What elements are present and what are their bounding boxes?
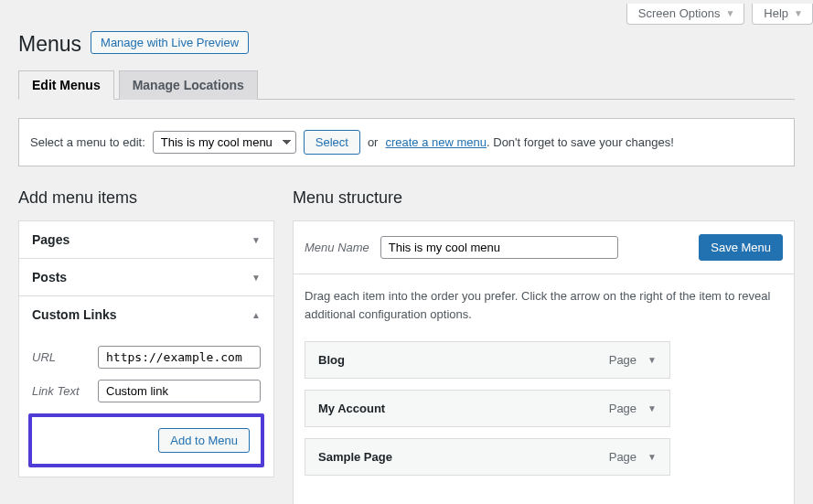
accordion-custom-links[interactable]: Custom Links ▲ xyxy=(19,296,273,333)
help-label: Help xyxy=(764,6,788,20)
menu-item-title: Blog xyxy=(318,353,345,367)
accordion-posts[interactable]: Posts ▼ xyxy=(19,259,273,295)
menu-item-title: Sample Page xyxy=(318,450,392,464)
or-text: or xyxy=(368,135,379,149)
caret-down-icon[interactable]: ▼ xyxy=(647,355,657,365)
menu-management: Menu Name Save Menu Drag each item into … xyxy=(293,220,795,504)
accordion: Pages ▼ Posts ▼ Custom Links ▲ xyxy=(18,220,274,477)
caret-up-icon: ▲ xyxy=(251,310,261,320)
help-button[interactable]: Help ▼ xyxy=(752,4,813,25)
manage-menus-bar: Select a menu to edit: This is my cool m… xyxy=(18,118,795,166)
tab-edit-menus[interactable]: Edit Menus xyxy=(18,70,114,100)
menu-name-input[interactable] xyxy=(380,236,618,259)
menu-item-type: Page xyxy=(609,450,636,464)
save-menu-button[interactable]: Save Menu xyxy=(699,234,783,261)
select-button[interactable]: Select xyxy=(304,130,360,155)
menu-name-label: Menu Name xyxy=(305,241,369,254)
add-to-menu-button[interactable]: Add to Menu xyxy=(158,428,250,453)
add-to-menu-highlight: Add to Menu xyxy=(28,413,264,467)
accordion-posts-label: Posts xyxy=(32,270,67,284)
caret-down-icon: ▼ xyxy=(794,8,803,18)
menu-item-type: Page xyxy=(609,353,636,367)
accordion-pages-label: Pages xyxy=(32,232,70,247)
menu-item-title: My Account xyxy=(318,402,385,415)
caret-down-icon: ▼ xyxy=(251,273,261,283)
url-label: URL xyxy=(32,350,89,364)
menu-structure-title: Menu structure xyxy=(293,188,795,208)
accordion-custom-label: Custom Links xyxy=(32,307,117,322)
tab-manage-locations[interactable]: Manage Locations xyxy=(119,70,258,100)
custom-links-body: URL Link Text Add to Menu xyxy=(19,333,273,477)
caret-down-icon: ▼ xyxy=(251,235,261,245)
select-menu-label: Select a menu to edit: xyxy=(30,135,145,149)
save-note: . Don't forget to save your changes! xyxy=(487,135,674,149)
add-items-title: Add menu items xyxy=(18,188,274,208)
link-text-input[interactable] xyxy=(98,380,261,402)
live-preview-button[interactable]: Manage with Live Preview xyxy=(91,31,249,54)
menu-select[interactable]: This is my cool menu xyxy=(153,131,296,154)
link-text-label: Link Text xyxy=(32,384,89,398)
menu-item[interactable]: Blog Page ▼ xyxy=(305,341,670,379)
menu-instructions: Drag each item into the order you prefer… xyxy=(305,287,783,323)
caret-down-icon[interactable]: ▼ xyxy=(647,452,657,462)
menu-item[interactable]: Sample Page Page ▼ xyxy=(305,438,670,476)
menu-item[interactable]: My Account Page ▼ xyxy=(305,390,670,427)
menu-item-type: Page xyxy=(609,402,636,415)
caret-down-icon[interactable]: ▼ xyxy=(647,403,657,413)
url-input[interactable] xyxy=(98,346,261,369)
screen-options-button[interactable]: Screen Options ▼ xyxy=(626,4,745,25)
accordion-pages[interactable]: Pages ▼ xyxy=(19,221,273,258)
create-menu-link[interactable]: create a new menu xyxy=(385,135,487,149)
page-title: Menus xyxy=(18,28,81,57)
nav-tabs: Edit Menus Manage Locations xyxy=(18,70,795,100)
screen-options-label: Screen Options xyxy=(638,6,721,20)
caret-down-icon: ▼ xyxy=(725,8,734,18)
